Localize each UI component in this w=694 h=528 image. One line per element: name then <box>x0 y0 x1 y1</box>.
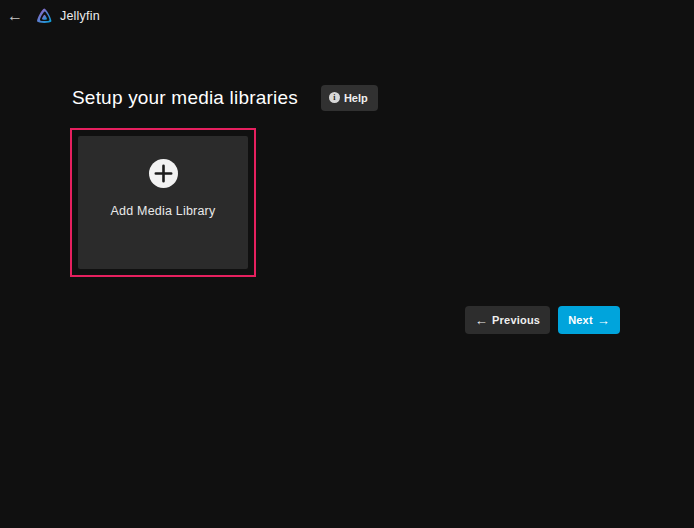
previous-button[interactable]: ← Previous <box>465 306 550 334</box>
previous-button-label: Previous <box>492 314 540 326</box>
app-logo: Jellyfin <box>35 7 100 26</box>
page-title: Setup your media libraries <box>72 87 298 109</box>
left-arrow-icon: ← <box>475 314 488 327</box>
info-icon: i <box>329 92 340 103</box>
plus-circle-icon <box>149 159 178 188</box>
app-name: Jellyfin <box>60 9 100 23</box>
titlebar: ← Jellyfin <box>0 0 694 32</box>
heading-row: Setup your media libraries i Help <box>72 84 378 111</box>
help-button-label: Help <box>344 92 368 104</box>
back-button[interactable]: ← <box>3 4 27 28</box>
focus-outline: Add Media Library <box>70 128 256 277</box>
next-button-label: Next <box>568 314 593 326</box>
next-button[interactable]: Next → <box>558 306 620 334</box>
add-media-library-card[interactable]: Add Media Library <box>78 136 248 269</box>
right-arrow-icon: → <box>597 314 610 327</box>
wizard-nav: ← Previous Next → <box>465 306 620 334</box>
add-card-label: Add Media Library <box>111 204 216 218</box>
help-button[interactable]: i Help <box>321 85 378 111</box>
back-arrow-icon: ← <box>7 8 23 24</box>
jellyfin-logo-icon <box>35 7 54 26</box>
